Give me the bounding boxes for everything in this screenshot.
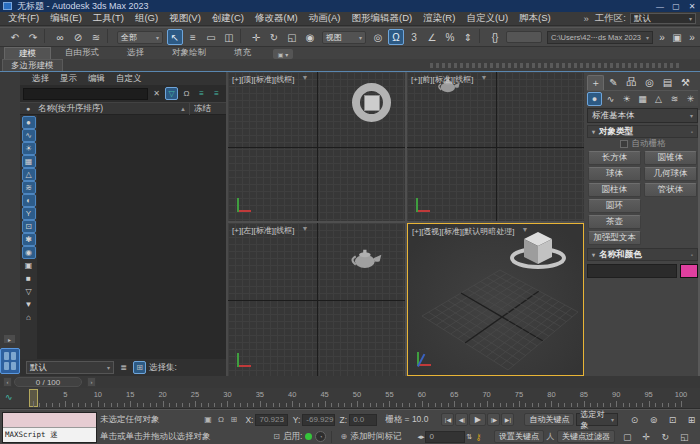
ribbon-tab[interactable]: 填充 [220,47,265,59]
filter-name-icon[interactable]: ▽ [22,285,36,298]
select-influences-icon[interactable]: ≡ [210,87,223,100]
current-frame-field[interactable]: 0 [425,431,465,443]
minimize-button[interactable]: — [652,0,668,12]
ribbon-tab[interactable]: 自由形式 [51,47,113,59]
selection-filter-dropdown[interactable]: 全部▾ [117,31,163,44]
viewport-label-token[interactable]: [前] [420,75,432,84]
menu-item[interactable]: 渲染(R) [423,12,455,23]
prev-frame-arrow[interactable]: ‹ [3,377,12,387]
menu-item[interactable]: 创建(C) [212,12,244,23]
prev-frame-icon[interactable]: ◀| [455,413,468,426]
viewport-layout-tab-button[interactable] [0,348,20,374]
maxscript-listener-row[interactable]: MAXScript 迷 [3,428,96,442]
flyout-arrow-icon[interactable]: ▸ [3,334,16,344]
key-filters-button[interactable]: 关键点过滤器 [557,430,615,443]
menu-item[interactable]: 修改器(M) [255,12,298,23]
teapot-object[interactable] [350,247,383,269]
viewport-label-token[interactable]: [+] [232,226,241,235]
snap-toggle-icon[interactable]: Ω [388,29,404,45]
polygon-modeling-tab[interactable]: 多边形建模 [2,59,63,71]
show-bones-icon[interactable]: Y [22,207,36,220]
select-object-icon[interactable]: ↖ [167,29,183,45]
named-selection-field[interactable] [506,31,542,43]
x-coordinate-field[interactable]: 70.923 [255,414,287,426]
list-view-icon[interactable]: ≣ [117,361,130,374]
explorer-menu-item[interactable]: 显示 [60,73,77,85]
viewport-label-token[interactable]: [线框] [453,75,473,84]
show-frozen-icon[interactable]: ▣ [22,259,36,272]
lights-icon[interactable]: ☀ [619,92,634,106]
primitive-button[interactable]: 几何球体 [644,167,697,181]
pan-icon[interactable]: ✛ [638,430,655,444]
bind-spacewarp-icon[interactable]: ≋ [88,29,104,45]
show-visibility-icon[interactable]: ◉ [22,246,36,259]
viewport-label[interactable]: [+][前][标准][线框]▼ [411,74,487,85]
menu-item[interactable]: 图形编辑器(D) [351,12,412,23]
mini-curve-editor-icon[interactable]: ∿ [5,392,13,402]
menu-item[interactable]: 动画(A) [309,12,341,23]
primitive-button[interactable]: 圆柱体 [588,183,641,197]
add-time-tag-label[interactable]: 添加时间标记 [350,431,401,443]
menu-item[interactable]: 自定义(U) [466,12,508,23]
menu-item[interactable]: 组(G) [135,12,158,23]
primitive-button[interactable]: 圆锥体 [644,151,697,165]
close-button[interactable]: ✕ [684,0,700,12]
keying-selection-dropdown[interactable]: 选定对象▾ [576,413,618,426]
absolute-mode-icon[interactable]: ⊞ [227,413,240,426]
explorer-menu-item[interactable]: 选择 [32,73,49,85]
viewport-label-token[interactable]: [标准] [254,226,274,235]
toolbar-overflow-icon[interactable]: » [687,29,697,45]
zoom-all-icon[interactable]: ⊚ [645,413,662,427]
viewport-front[interactable]: [+][前][标准][线框]▼ [407,72,584,221]
per-view-filter-icon[interactable]: ▼ [301,74,308,85]
viewport-label-token[interactable]: [标准] [433,75,453,84]
spinner-arrows-icon[interactable]: ◂▸ [417,433,424,441]
pivot-center-icon[interactable]: ◎ [370,29,386,45]
show-hidden-icon[interactable]: ■ [22,272,36,285]
geometry-icon[interactable]: ● [587,92,602,106]
viewport-label[interactable]: [+][透视][标准][默认明暗处理]▼ [412,226,528,237]
autogrid-checkbox[interactable] [620,140,628,148]
z-coordinate-field[interactable]: 0.0 [349,414,377,426]
select-link-icon[interactable]: ∞ [52,29,68,45]
primitive-button[interactable]: 圆环 [588,199,641,213]
y-coordinate-field[interactable]: -69.929 [302,414,334,426]
primitive-button[interactable]: 长方体 [588,151,641,165]
show-lights-icon[interactable]: ☀ [22,142,36,155]
per-view-filter-icon[interactable]: ▼ [301,225,308,236]
grid-view-icon[interactable]: ⊞ [133,361,146,374]
maximize-button[interactable]: ▢ [668,0,684,12]
show-helpers-icon[interactable]: △ [22,168,36,181]
maximize-viewport-icon[interactable]: ◱ [676,430,693,444]
explorer-list[interactable]: ●∿☀▦△≋◐Y⊡✱◉▣■▽▼⌂ [20,115,226,359]
viewport-label-token[interactable]: [左] [241,226,253,235]
viewport-label-token[interactable]: [标准] [254,75,274,84]
go-start-icon[interactable]: |◀ [441,413,454,426]
filter-type-icon[interactable]: ▼ [22,298,36,311]
name-column-header[interactable]: 名称(按升序排序)▲ [36,103,190,115]
auto-key-button[interactable]: 自动关键点 [524,413,574,426]
toolbar-overflow-icon[interactable]: » [657,29,667,45]
percent-snap-icon[interactable]: % [442,29,458,45]
select-by-name-icon[interactable]: ≡ [185,29,201,45]
explorer-menu-item[interactable]: 编辑 [88,73,105,85]
next-frame-arrow[interactable]: › [87,377,96,387]
utilities-tab[interactable]: ⚒ [677,75,694,90]
explorer-preset-dropdown[interactable]: 默认▾ [26,361,114,374]
primitive-button[interactable]: 茶壶 [588,215,641,229]
object-name-field[interactable] [587,264,677,278]
menu-item[interactable]: 视图(V) [169,12,201,23]
menu-item[interactable]: 编辑(E) [50,12,82,23]
zoom-extents-all-icon[interactable]: ⊞ [683,413,700,427]
project-folder-dropdown[interactable]: C:\Users\42⋯ds Max 2023▾ [547,31,653,44]
clear-search-icon[interactable]: ✕ [150,87,163,100]
spinner-updown-icon[interactable]: ⇅ [466,433,472,441]
maxscript-mini-listener[interactable]: MAXScript 迷 [2,412,97,443]
viewport-label-token[interactable]: [线框] [274,75,294,84]
viewport-perspective-active[interactable]: [+][透视][标准][默认明暗处理]▼ [407,223,584,376]
next-frame-icon[interactable]: |▶ [487,413,500,426]
window-crossing-icon[interactable]: ◫ [221,29,237,45]
display-tab[interactable]: ▤ [659,75,676,90]
viewport-top[interactable]: [+][顶][标准][线框]▼ [228,72,405,221]
show-geometry-icon[interactable]: ● [22,116,36,129]
